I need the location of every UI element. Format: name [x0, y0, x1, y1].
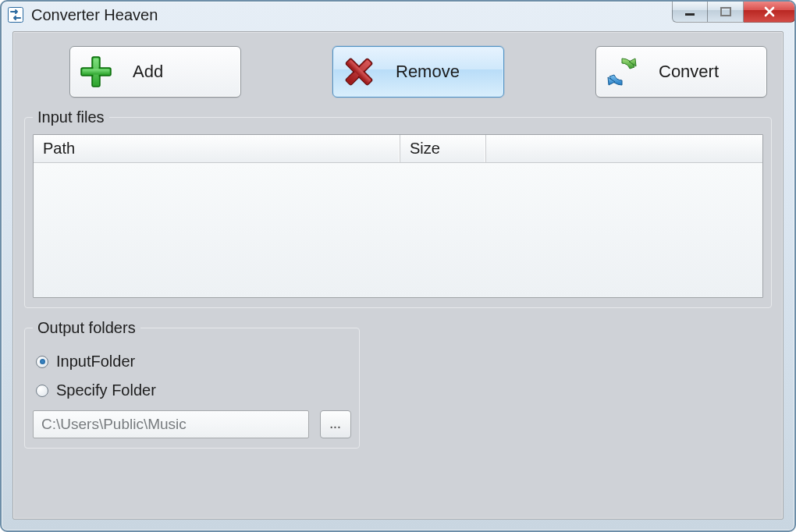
list-header: Path Size [34, 135, 762, 163]
client-area: Add [12, 31, 784, 520]
output-folders-legend: Output folders [33, 319, 140, 337]
minimize-button[interactable] [672, 1, 708, 23]
input-files-list[interactable]: Path Size [33, 134, 763, 298]
add-button[interactable]: Add [69, 46, 241, 98]
radio-specify-folder-label: Specify Folder [56, 381, 156, 399]
input-files-group: Input files Path Size [24, 108, 772, 308]
add-button-label: Add [133, 62, 163, 82]
browse-button[interactable]: ... [320, 410, 351, 438]
radio-input-folder[interactable]: InputFolder [36, 353, 351, 371]
window-title: Converter Heaven [31, 6, 158, 24]
output-path-row: ... [33, 410, 351, 438]
output-path-input[interactable] [33, 410, 309, 438]
radio-specify-folder[interactable]: Specify Folder [36, 381, 351, 399]
radio-icon [36, 385, 48, 397]
svg-rect-6 [83, 69, 110, 75]
plus-icon [78, 54, 114, 90]
refresh-icon [604, 54, 640, 90]
close-button[interactable] [744, 1, 795, 23]
column-header-path[interactable]: Path [34, 135, 400, 162]
maximize-button[interactable] [708, 1, 744, 23]
input-files-legend: Input files [33, 108, 109, 126]
radio-input-folder-label: InputFolder [56, 353, 135, 371]
radio-icon [36, 356, 48, 368]
remove-button[interactable]: Remove [332, 46, 504, 98]
output-folders-group: Output folders InputFolder Specify Folde… [24, 319, 360, 449]
app-window: Converter Heaven [0, 0, 796, 532]
svg-rect-2 [721, 8, 730, 16]
x-icon [341, 54, 377, 90]
convert-button-label: Convert [659, 62, 719, 82]
title-bar[interactable]: Converter Heaven [2, 2, 794, 28]
remove-button-label: Remove [396, 62, 460, 82]
convert-button[interactable]: Convert [595, 46, 767, 98]
column-header-size[interactable]: Size [400, 135, 486, 162]
svg-rect-1 [685, 13, 695, 16]
app-icon [8, 7, 23, 23]
toolbar: Add [24, 46, 772, 98]
window-controls [672, 1, 795, 23]
list-body[interactable] [34, 163, 762, 297]
